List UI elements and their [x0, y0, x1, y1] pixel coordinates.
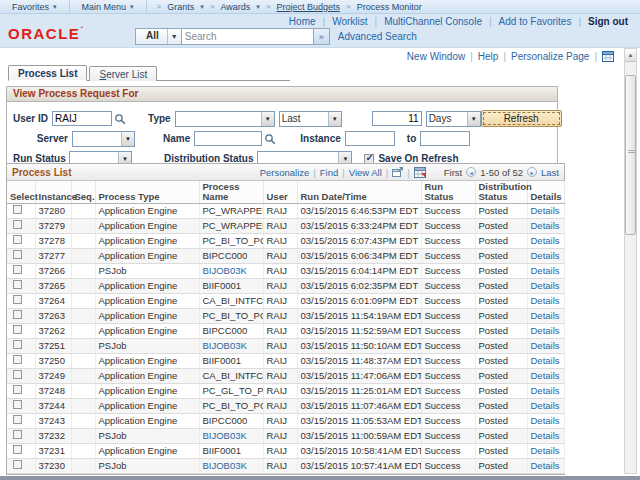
cell-select — [7, 444, 35, 459]
row-select-checkbox[interactable] — [13, 400, 22, 409]
home-link[interactable]: Home — [289, 16, 316, 27]
cell-dstatus: Posted — [475, 234, 527, 249]
details-link[interactable]: Details — [531, 205, 560, 216]
paging-last[interactable]: Last — [541, 167, 559, 178]
next-page-icon[interactable]: ▸ — [527, 167, 537, 177]
days-unit-dropdown[interactable]: Days ▼ — [426, 111, 481, 127]
scroll-up-icon[interactable]: ▲ — [625, 49, 636, 62]
multichannel-console-link[interactable]: MultiChannel Console — [384, 16, 482, 27]
row-select-checkbox[interactable] — [13, 460, 22, 469]
details-link[interactable]: Details — [531, 265, 560, 276]
cell-ptype: PSJob — [95, 339, 199, 354]
process-name-link[interactable]: BIJOB03K — [203, 430, 247, 441]
row-select-checkbox[interactable] — [13, 280, 22, 289]
row-select-checkbox[interactable] — [13, 325, 22, 334]
row-select-checkbox[interactable] — [13, 295, 22, 304]
refresh-button[interactable]: Refresh — [481, 110, 562, 127]
column-header-rstatus: Run Status — [421, 181, 475, 204]
details-link[interactable]: Details — [531, 445, 560, 456]
last-dropdown[interactable]: Last ▼ — [279, 111, 342, 127]
breadcrumb-item-awards[interactable]: Awards — [220, 2, 250, 12]
tab-process-list[interactable]: Process List — [8, 65, 87, 81]
row-select-checkbox[interactable] — [13, 370, 22, 379]
advanced-search-link[interactable]: Advanced Search — [338, 31, 417, 42]
search-go-button[interactable]: » — [314, 28, 330, 45]
previous-page-icon[interactable]: ◂ — [466, 167, 476, 177]
cell-select — [7, 354, 35, 369]
details-link[interactable]: Details — [531, 325, 560, 336]
row-select-checkbox[interactable] — [13, 355, 22, 364]
row-select-checkbox[interactable] — [13, 205, 22, 214]
tab-server-list[interactable]: Server List — [89, 66, 157, 81]
details-link[interactable]: Details — [531, 400, 560, 411]
details-link[interactable]: Details — [531, 340, 560, 351]
user-id-field[interactable] — [52, 111, 112, 126]
find-link[interactable]: Find — [320, 167, 338, 178]
tab-server-list-label: Server List — [99, 69, 147, 80]
worklist-link[interactable]: Worklist — [332, 16, 367, 27]
details-link[interactable]: Details — [531, 310, 560, 321]
cell-rstatus: Success — [421, 384, 475, 399]
details-link[interactable]: Details — [531, 460, 560, 471]
details-link[interactable]: Details — [531, 370, 560, 381]
view-all-link[interactable]: View All — [349, 167, 382, 178]
row-select-checkbox[interactable] — [13, 385, 22, 394]
details-link[interactable]: Details — [531, 295, 560, 306]
breadcrumb-favorites[interactable]: Favorites ▾ — [0, 0, 70, 13]
cell-user: RAIJ — [263, 459, 297, 474]
instance-from-field[interactable] — [345, 131, 395, 146]
lookup-icon[interactable] — [264, 133, 276, 145]
help-link[interactable]: Help — [478, 51, 499, 62]
personalize-page-link[interactable]: Personalize Page — [511, 51, 589, 62]
popup-window-icon[interactable] — [392, 167, 403, 177]
scrollbar-thumb[interactable] — [625, 75, 636, 235]
row-select-checkbox[interactable] — [13, 430, 22, 439]
new-window-link[interactable]: New Window — [407, 51, 465, 62]
server-dropdown[interactable]: ▼ — [72, 131, 135, 147]
search-scope-dropdown[interactable]: All ▼ — [135, 28, 182, 45]
sign-out-link[interactable]: Sign out — [588, 16, 628, 27]
name-field[interactable] — [194, 131, 262, 146]
cell-ptype: Application Engine — [95, 369, 199, 384]
row-select-checkbox[interactable] — [13, 265, 22, 274]
type-dropdown[interactable]: ▼ — [175, 111, 275, 127]
horizontal-scrollbar[interactable] — [0, 476, 640, 480]
save-on-refresh-checkbox[interactable] — [364, 154, 374, 164]
details-link[interactable]: Details — [531, 220, 560, 231]
details-link[interactable]: Details — [531, 355, 560, 366]
details-link[interactable]: Details — [531, 250, 560, 261]
details-link[interactable]: Details — [531, 280, 560, 291]
http-grid-icon[interactable] — [602, 51, 614, 62]
vertical-scrollbar[interactable]: ▲ — [624, 48, 637, 474]
row-select-checkbox[interactable] — [13, 445, 22, 454]
row-select-checkbox[interactable] — [13, 235, 22, 244]
breadcrumb-main-menu[interactable]: Main Menu ▾ — [70, 0, 147, 13]
process-name-link[interactable]: BIJOB03K — [203, 340, 247, 351]
row-select-checkbox[interactable] — [13, 415, 22, 424]
process-name-link[interactable]: BIJOB03K — [203, 460, 247, 471]
process-monitor-page: { "chrome": { "breadcrumb": { "favorites… — [0, 0, 640, 480]
row-select-checkbox[interactable] — [13, 250, 22, 259]
add-to-favorites-link[interactable]: Add to Favorites — [499, 16, 572, 27]
process-name-link[interactable]: BIJOB03K — [203, 265, 247, 276]
days-count-field[interactable] — [372, 111, 422, 126]
row-select-checkbox[interactable] — [13, 220, 22, 229]
breadcrumb-item-grants[interactable]: Grants — [167, 2, 194, 12]
lookup-icon[interactable] — [114, 113, 126, 125]
breadcrumb-item-project-budgets[interactable]: Project Budgets — [277, 2, 341, 12]
personalize-link[interactable]: Personalize — [260, 167, 310, 178]
paging-first[interactable]: First — [444, 167, 462, 178]
download-to-excel-icon[interactable] — [414, 167, 426, 178]
cell-ptype: Application Engine — [95, 309, 199, 324]
details-link[interactable]: Details — [531, 415, 560, 426]
row-select-checkbox[interactable] — [13, 310, 22, 319]
divider: | — [407, 167, 409, 178]
details-link[interactable]: Details — [531, 430, 560, 441]
search-input[interactable] — [182, 28, 314, 45]
row-select-checkbox[interactable] — [13, 340, 22, 349]
divider: | — [323, 16, 326, 27]
details-link[interactable]: Details — [531, 385, 560, 396]
instance-to-field[interactable] — [420, 131, 470, 146]
details-link[interactable]: Details — [531, 235, 560, 246]
cell-select — [7, 429, 35, 444]
